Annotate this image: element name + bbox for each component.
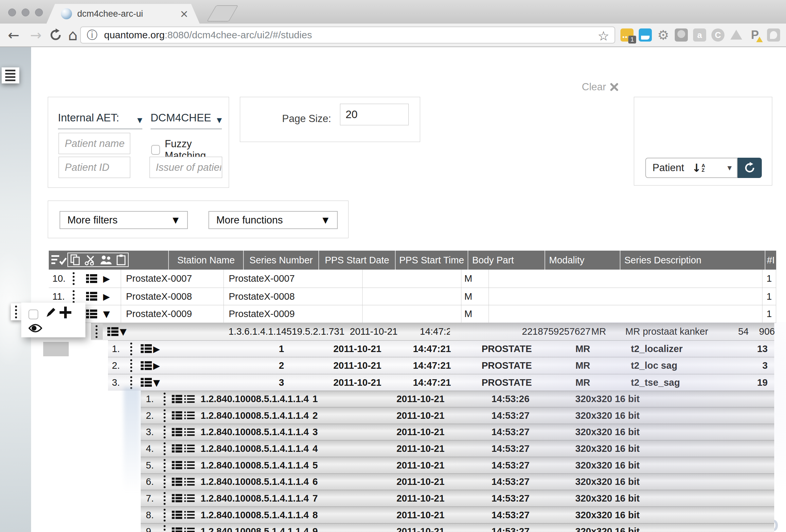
back-button[interactable]: ←	[8, 24, 19, 46]
row-menu-icon[interactable]	[164, 391, 166, 407]
row-menu-icon[interactable]	[164, 457, 166, 473]
window-close-button[interactable]	[8, 8, 16, 16]
collapse-icon[interactable]: ▼	[103, 305, 110, 323]
instance-row[interactable]: 4. 1.2.840.10008.5.1.4.1.1.4 4 2011-10-2…	[141, 440, 774, 457]
attributes-list-icon[interactable]	[172, 507, 182, 523]
more-filters-select[interactable]: More filters ▼	[60, 211, 188, 229]
page-info-icon[interactable]: ⓘ	[87, 28, 97, 43]
row-menu-icon[interactable]	[164, 440, 166, 457]
file-list-icon[interactable]	[184, 524, 195, 532]
file-list-icon[interactable]	[184, 457, 195, 473]
patient-row[interactable]: 11. ▶ ProstateX-0008 ProstateX-0008 M 1	[49, 288, 776, 305]
settings-gear-extension-icon[interactable]: ⚙	[657, 28, 670, 42]
browser-tab[interactable]: dcm4chee-arc-ui ×	[46, 4, 200, 24]
copy-icon[interactable]	[70, 254, 80, 265]
reload-button[interactable]	[49, 24, 62, 46]
instance-row[interactable]: 6. 1.2.840.10008.5.1.4.1.1.4 6 2011-10-2…	[141, 473, 774, 490]
aet-value-select[interactable]: DCM4CHEE ▼	[151, 112, 222, 129]
attributes-list-icon[interactable]	[86, 305, 97, 323]
forward-button[interactable]: →	[30, 24, 42, 46]
password-manager-extension-icon[interactable]: ••• 1	[620, 28, 633, 42]
row-menu-icon[interactable]	[73, 270, 75, 287]
header-series-number[interactable]: Series Number	[244, 251, 319, 270]
header-station-name[interactable]: Station Name	[169, 251, 244, 270]
patient-name-input[interactable]	[59, 133, 130, 154]
row-menu-icon[interactable]	[164, 407, 166, 424]
series-row-expanded[interactable]: 3. ▼ 3 2011-10-21 14:47:21 PROSTATE MR t…	[108, 374, 774, 391]
select-row-checkbox[interactable]	[28, 309, 38, 319]
patient-row-expanded[interactable]: ▼ ProstateX-0009 ProstateX-0009 M 1	[49, 305, 776, 323]
row-menu-icon[interactable]	[164, 474, 166, 490]
instance-row[interactable]: 8. 1.2.840.10008.5.1.4.1.1.4 8 2011-10-2…	[141, 507, 774, 523]
file-list-icon[interactable]	[184, 490, 195, 507]
row-menu-icon[interactable]	[130, 341, 132, 357]
menu-hamburger-button[interactable]	[2, 67, 19, 84]
tab-close-icon[interactable]: ×	[180, 8, 188, 19]
attributes-list-icon[interactable]	[172, 457, 182, 473]
attributes-list-icon[interactable]	[141, 374, 152, 391]
header-series-description[interactable]: Series Description	[620, 251, 765, 270]
row-menu-icon[interactable]	[130, 357, 132, 374]
edit-pencil-icon[interactable]	[45, 306, 57, 318]
attributes-list-icon[interactable]	[172, 490, 182, 507]
instance-row[interactable]: 1. 1.2.840.10008.5.1.4.1.1.4 1 2011-10-2…	[141, 391, 774, 407]
attributes-list-icon[interactable]	[172, 474, 182, 490]
attributes-list-icon[interactable]	[86, 270, 97, 287]
header-modality[interactable]: Modality	[545, 251, 620, 270]
row-menu-icon[interactable]	[164, 424, 166, 440]
file-list-icon[interactable]	[184, 424, 195, 440]
file-list-icon[interactable]	[184, 391, 195, 407]
issuer-of-patient-input[interactable]	[149, 157, 222, 178]
series-row[interactable]: 1. ▶ 1 2011-10-21 14:47:21 PROSTATE MR t…	[108, 340, 774, 357]
instance-row[interactable]: 9. 1.2.840.10008.5.1.4.1.1.4 9 2011-10-2…	[141, 523, 774, 532]
instance-row[interactable]: 5. 1.2.840.10008.5.1.4.1.1.4 5 2011-10-2…	[141, 457, 774, 473]
series-row[interactable]: 2. ▶ 2 2011-10-21 14:47:21 PROSTATE MR t…	[108, 357, 774, 374]
url-bar[interactable]: ⓘ quantome.org:8080/dcm4chee-arc/ui2/#/s…	[80, 26, 615, 44]
attributes-list-icon[interactable]	[172, 424, 182, 440]
attributes-list-icon[interactable]	[172, 440, 182, 457]
expand-icon[interactable]: ▶	[103, 270, 110, 287]
notes-extension-icon[interactable]	[639, 28, 652, 42]
row-menu-icon[interactable]	[164, 524, 166, 532]
browser-extension-icon[interactable]	[767, 28, 780, 42]
header-num-instances[interactable]: #I	[765, 251, 776, 270]
window-zoom-button[interactable]	[35, 8, 43, 16]
bookmark-star-icon[interactable]: ☆	[598, 28, 609, 44]
new-tab-button[interactable]	[207, 5, 238, 22]
header-pps-start-time[interactable]: PPS Start Time	[396, 251, 468, 270]
attributes-list-icon[interactable]	[107, 323, 118, 340]
more-functions-select[interactable]: More functions ▼	[208, 211, 338, 229]
attributes-list-icon[interactable]	[141, 341, 152, 357]
add-plus-icon[interactable]	[59, 306, 72, 319]
patient-row[interactable]: 10. ▶ ProstateX-0007 ProstateX-0007 M 1	[49, 270, 776, 288]
instance-row[interactable]: 2. 1.2.840.10008.5.1.4.1.1.4 2 2011-10-2…	[141, 407, 774, 424]
window-minimize-button[interactable]	[22, 8, 29, 16]
merge-patients-icon[interactable]	[100, 255, 112, 265]
profile-extension-icon[interactable]	[675, 28, 688, 42]
attributes-list-icon[interactable]	[172, 407, 182, 424]
expand-icon[interactable]: ▶	[153, 357, 160, 374]
row-menu-icon[interactable]	[164, 490, 166, 507]
study-row[interactable]: ▼ 1.3.6.1.4.1.14519.5.2.1.731 2011-10-21…	[91, 323, 774, 340]
header-pps-start-date[interactable]: PPS Start Date	[319, 251, 396, 270]
attributes-list-icon[interactable]	[172, 524, 182, 532]
expand-icon[interactable]: ▶	[103, 288, 110, 305]
page-size-input[interactable]	[340, 104, 409, 125]
attributes-list-icon[interactable]	[141, 357, 152, 374]
row-menu-icon[interactable]	[96, 323, 97, 340]
file-list-icon[interactable]	[184, 507, 195, 523]
order-by-select[interactable]: Patient ↓ AZ ▼	[645, 158, 738, 178]
instance-row[interactable]: 7. 1.2.840.10008.5.1.4.1.1.4 7 2011-10-2…	[141, 490, 774, 507]
cut-scissors-icon[interactable]	[85, 254, 96, 265]
home-button[interactable]: ⌂	[68, 24, 77, 46]
view-eye-icon[interactable]	[28, 323, 42, 333]
paste-clipboard-icon[interactable]	[116, 254, 126, 265]
row-menu-icon[interactable]	[164, 507, 166, 523]
drive-extension-icon[interactable]	[730, 28, 743, 42]
row-menu-handle[interactable]	[11, 303, 21, 320]
attributes-list-icon[interactable]	[172, 391, 182, 407]
chat-extension-icon[interactable]: a	[693, 28, 706, 42]
checkbox-icon[interactable]	[151, 145, 160, 155]
file-list-icon[interactable]	[184, 474, 195, 490]
attributes-list-icon[interactable]	[86, 288, 97, 305]
